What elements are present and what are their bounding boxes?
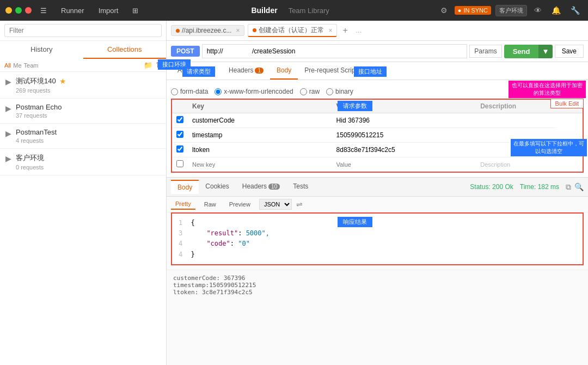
- top-bar-right: ⚙ ● IN SYNC 客户环境 👁 🔔 🔧: [438, 4, 583, 16]
- body-type-form-data[interactable]: form-data: [171, 88, 208, 95]
- sort-btn[interactable]: ⇅: [156, 61, 162, 69]
- new-row-checkbox[interactable]: [176, 160, 183, 167]
- params-btn[interactable]: Params: [469, 45, 501, 58]
- env-selector[interactable]: 客户环境: [495, 5, 527, 16]
- wrench-btn[interactable]: 🔧: [568, 4, 583, 16]
- win-maximize-btn[interactable]: [15, 7, 22, 14]
- new-key-input[interactable]: [192, 161, 328, 168]
- col-check: [171, 99, 188, 113]
- row3-checkbox[interactable]: [176, 145, 183, 153]
- filter-buttons: All Me Team: [4, 62, 38, 69]
- list-item[interactable]: ▶ 客户环境 0 requests: [0, 149, 166, 175]
- res-tab-headers[interactable]: Headers10: [236, 180, 286, 194]
- copy-icons: ⧉ 🔍: [566, 182, 584, 192]
- tab-label2: 创建会话（认证）正常: [259, 26, 324, 35]
- new-tab-btn[interactable]: ⊞: [128, 4, 143, 17]
- radio-raw[interactable]: [300, 88, 307, 95]
- json-line-3: 3 "result": 5000",: [179, 228, 576, 239]
- res-tab-cookies[interactable]: Cookies: [199, 180, 235, 194]
- url-tab-2[interactable]: 创建会话（认证）正常 ×: [248, 24, 337, 37]
- body-type-urlencoded[interactable]: x-www-form-urlencoded: [215, 88, 293, 95]
- bulk-edit-btn[interactable]: Bulk Edit: [550, 99, 584, 108]
- filter-me-btn[interactable]: Me: [13, 62, 21, 69]
- sidebar-tabs: History Collections: [0, 41, 166, 59]
- response-tabs: Body Cookies Headers10 Tests: [171, 180, 315, 194]
- folder-icon: ▶: [5, 104, 11, 113]
- eye-btn[interactable]: 👁: [531, 4, 544, 16]
- url-input[interactable]: [202, 44, 468, 58]
- row2-checkbox[interactable]: [176, 131, 183, 138]
- json-line-4: 4 "code": "0": [179, 239, 576, 249]
- collection-requests: 37 requests: [16, 112, 161, 119]
- tab-body[interactable]: Body: [270, 62, 298, 80]
- top-bar-center: Builder Team Library: [147, 6, 433, 15]
- row1-checkbox[interactable]: [176, 116, 183, 123]
- table-row-new: Description: [171, 157, 583, 173]
- team-library-btn[interactable]: Team Library: [289, 7, 329, 15]
- tab-label: //api.ibreezee.c...: [182, 27, 231, 34]
- url-tab-1[interactable]: //api.ibreezee.c... ×: [171, 25, 244, 36]
- collection-name: Postman Echo: [16, 103, 161, 111]
- list-item[interactable]: ▶ 测试环境140 ★ 269 requests: [0, 72, 166, 99]
- tab-collections[interactable]: Collections: [83, 41, 167, 59]
- tab-dot2: [253, 28, 256, 32]
- wrap-icon[interactable]: ⇌: [296, 200, 303, 209]
- radio-form-data[interactable]: [171, 88, 178, 95]
- request-tabs: Authorization Headers1 Body Pre-request …: [167, 62, 588, 80]
- res-tab-tests[interactable]: Tests: [286, 180, 315, 194]
- pretty-btn[interactable]: Pretty: [171, 199, 195, 210]
- preview-btn[interactable]: Preview: [225, 199, 255, 209]
- bell-btn[interactable]: 🔔: [549, 4, 564, 16]
- new-value-input[interactable]: [336, 161, 472, 168]
- tab-pre-request[interactable]: Pre-request Script: [298, 62, 364, 80]
- new-collection-btn[interactable]: 📁: [144, 61, 152, 69]
- sync-label: IN SYNC: [463, 7, 488, 14]
- filter-team-btn[interactable]: Team: [24, 62, 39, 69]
- tab-authorization[interactable]: Authorization: [171, 62, 222, 80]
- tab-headers[interactable]: Headers1: [222, 62, 270, 80]
- tab-close2-icon[interactable]: ×: [328, 27, 332, 34]
- method-select[interactable]: POST: [171, 46, 200, 57]
- send-dropdown-btn[interactable]: ▼: [538, 45, 552, 58]
- table-row: customerCode Hid 367396: [171, 113, 583, 128]
- sync-dot: ●: [458, 7, 462, 14]
- sync-badge: ● IN SYNC: [455, 6, 491, 15]
- main-layout: History Collections All Me Team 📁 ⇅ ▶: [0, 21, 588, 365]
- sidebar-toggle-btn[interactable]: ☰: [36, 4, 51, 17]
- collection-requests: 0 requests: [16, 164, 161, 171]
- send-btn[interactable]: Send: [504, 45, 539, 58]
- row3-desc: [476, 143, 556, 157]
- win-minimize-btn[interactable]: [5, 7, 12, 14]
- body-type-binary[interactable]: binary: [326, 88, 353, 95]
- radio-urlencoded[interactable]: [215, 88, 222, 95]
- runner-btn[interactable]: Runner: [57, 4, 89, 17]
- res-tab-body[interactable]: Body: [171, 180, 199, 194]
- row3-value: 8d83c8e71f394c2c5: [332, 143, 476, 157]
- radio-binary[interactable]: [326, 88, 333, 95]
- format-select[interactable]: JSON: [259, 199, 292, 210]
- save-btn[interactable]: Save: [555, 45, 584, 58]
- body-type-raw[interactable]: raw: [300, 88, 320, 95]
- bottom-preview: customerCode: 367396 timestamp:150599051…: [167, 270, 588, 300]
- raw-btn[interactable]: Raw: [200, 199, 220, 209]
- tab-tests[interactable]: Tests: [364, 62, 392, 80]
- col-value: Value: [332, 99, 476, 113]
- win-close-btn[interactable]: [25, 7, 32, 14]
- preview-line1: customerCode: 367396: [173, 275, 581, 282]
- time-badge: Time: 182 ms: [520, 183, 559, 191]
- copy-icon[interactable]: ⧉: [566, 182, 571, 192]
- params-table: Key Value Description ... customerCode H…: [171, 99, 584, 173]
- tab-close-icon[interactable]: ×: [236, 27, 240, 34]
- sidebar-search-input[interactable]: [4, 24, 162, 37]
- search-icon[interactable]: 🔍: [574, 182, 584, 192]
- filter-all-btn[interactable]: All: [4, 62, 11, 69]
- import-btn[interactable]: Import: [94, 4, 123, 17]
- add-tab-btn[interactable]: +: [340, 26, 350, 35]
- list-item[interactable]: ▶ PostmanTest 4 requests: [0, 124, 166, 149]
- top-bar-left: ☰ Runner Import ⊞: [36, 4, 143, 17]
- more-tabs-btn[interactable]: …: [356, 27, 362, 34]
- settings-btn[interactable]: ⚙: [438, 4, 450, 16]
- list-item[interactable]: ▶ Postman Echo 37 requests: [0, 99, 166, 124]
- tab-history[interactable]: History: [0, 41, 83, 59]
- collection-name: PostmanTest: [16, 128, 161, 136]
